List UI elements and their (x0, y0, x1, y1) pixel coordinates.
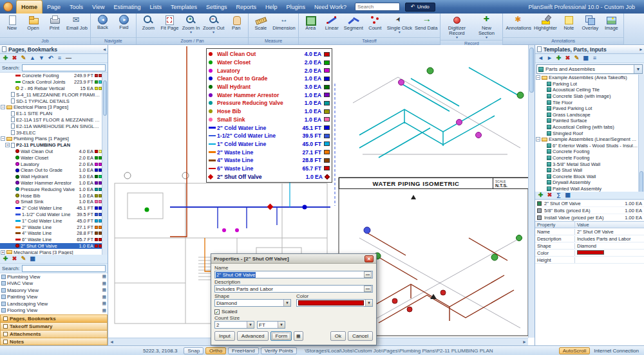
count-size-unit-dropdown[interactable]: FT ▼ (257, 321, 285, 329)
ribbon-button-print[interactable]: Print (44, 14, 65, 32)
shape-dropdown[interactable]: Diamond ▼ (214, 299, 291, 307)
tree-expander-icon[interactable]: − (1, 136, 5, 141)
templates-grid-icon[interactable]: ▦ (582, 55, 589, 62)
view-item-masonry-view[interactable]: Masonry View▦ (0, 287, 108, 294)
views-rename-icon[interactable]: ✎ (20, 255, 27, 262)
dialog-titlebar[interactable]: Properties - [2" Shut Off Valve] ✕ (211, 254, 376, 264)
ribbon-button-zoom-out[interactable]: Zoom Out▾ (202, 14, 225, 35)
scrollbar-thumb[interactable] (103, 80, 107, 116)
tree-expander-icon[interactable]: − (1, 105, 5, 109)
color-swatch[interactable] (95, 87, 98, 90)
ribbon-button-image[interactable]: Image (601, 14, 622, 32)
tree-item-2-cold-water-line[interactable]: 2" Cold Water Line45.1 FT (0, 205, 102, 212)
views-delete-icon[interactable]: ✖ (11, 255, 18, 262)
template-item-drywall-assembly[interactable]: Drywall Assembly (535, 179, 638, 186)
property-row-color[interactable]: Color (535, 250, 644, 257)
color-swatch[interactable] (95, 226, 98, 229)
form-button[interactable]: Form (270, 331, 292, 341)
tree-expander-icon[interactable]: − (536, 75, 540, 80)
color-swatch[interactable] (95, 213, 98, 216)
pages-move-up-icon[interactable]: ▲ (29, 55, 36, 62)
ribbon-button-send-data[interactable]: Send Data (413, 14, 439, 32)
description-ellipsis-button[interactable]: ••• (364, 286, 372, 292)
menu-tab-view[interactable]: View (88, 0, 109, 14)
ribbon-button-linear[interactable]: Linear (321, 14, 343, 32)
view-item-flooring-view[interactable]: Flooring View▦ (0, 307, 108, 314)
pages-tree-scrollbar[interactable] (102, 73, 108, 255)
panel-tab-takeoff-summary[interactable]: Takeoff Summary (0, 322, 108, 330)
templates-rename-icon[interactable]: ✎ (573, 55, 580, 62)
ribbon-button-new-section[interactable]: New Section▾ (471, 14, 501, 40)
dialog-close-button[interactable]: ✕ (365, 255, 374, 262)
scroll-right-icon[interactable]: ► (521, 340, 528, 344)
pages-delete-icon[interactable]: ✖ (11, 55, 18, 62)
scroll-left-icon[interactable]: ◄ (108, 340, 115, 344)
canvas-vertical-scrollbar[interactable] (528, 45, 535, 338)
pages-rename-icon[interactable]: ✎ (20, 55, 27, 62)
scaled-checkbox[interactable]: ✓ Scaled (214, 309, 373, 314)
menu-tab-help[interactable]: Help (261, 0, 282, 14)
template-item-painted-surface[interactable]: Painted Surface (535, 118, 638, 124)
part-item-5-8-bolts-priced-ea[interactable]: 5/8" Bolts (priced EA)1.00 EA (535, 207, 644, 214)
menu-tab-lists[interactable]: Lists (145, 0, 166, 14)
scrollbar-thumb[interactable] (529, 48, 534, 93)
templates-menu-icon[interactable]: ≡ (591, 55, 598, 62)
undo-button[interactable]: ↶ Undo (405, 3, 435, 12)
template-item-concrete-footing[interactable]: Concrete Footing (535, 149, 638, 155)
ribbon-button-single-click[interactable]: Single Click▾ (386, 14, 413, 35)
tree-item-e2-11a-warehouse-plan-single-line-diagr[interactable]: E2-11A WAREHOUSE PLAN SINGLE LINE DIAGR.… (0, 123, 102, 129)
collapse-left-panel-icon[interactable]: ◂ (103, 47, 106, 52)
ribbon-button-fit-page[interactable]: Fit Page (159, 14, 180, 32)
template-item-painted-wall-assembly[interactable]: Painted Wall Assembly (535, 186, 638, 192)
tree-item-1-cold-water-line[interactable]: 1" Cold Water Line45.0 FT (0, 217, 102, 224)
menu-tab-home[interactable]: Home (16, 0, 43, 14)
template-item-acoustical-ceiling-tile[interactable]: Acoustical Ceiling Tile (535, 87, 638, 93)
color-swatch[interactable] (95, 175, 98, 178)
pages-expand-all-icon[interactable]: ≡ (56, 55, 63, 62)
template-item-3-5-8-metal-stud-wall[interactable]: 3-5/8" Metal Stud Wall (535, 161, 638, 167)
tree-item-s-4-11-mezzanine-floor-framing-bldg-11[interactable]: S-4_11 MEZZANINE FLOOR FRAMING - BLDG 11 (0, 91, 102, 98)
template-item-example-assemblies-area-takeoffs[interactable]: −Example Assemblies (Area Takeoffs) (535, 75, 638, 81)
name-ellipsis-button[interactable]: ••• (364, 271, 372, 278)
color-swatch[interactable] (95, 80, 98, 84)
pages-move-down-icon[interactable]: ▼ (38, 55, 45, 62)
color-swatch[interactable] (95, 206, 98, 210)
color-swatch[interactable] (95, 168, 98, 172)
tree-item-1-1-2-cold-water-line[interactable]: 1-1/2" Cold Water Line39.5 FT (0, 212, 102, 218)
menu-tab-templates[interactable]: Templates (166, 0, 202, 14)
scrollbar-thumb[interactable] (639, 171, 643, 192)
ribbon-button-email-job[interactable]: Email Job (65, 14, 89, 32)
templates-back-icon[interactable]: ◄ (537, 55, 544, 62)
view-item-plumbing-view[interactable]: Plumbing View▦ (0, 273, 108, 280)
description-field[interactable]: Includes Parts and Labor ••• (214, 285, 373, 293)
ribbon-button-fwd[interactable]: Fwd (113, 14, 135, 31)
templates-delete-icon[interactable]: ✖ (564, 55, 571, 62)
count-size-dropdown[interactable]: 2 ▼ (214, 321, 254, 329)
tree-item-plumbing-plans-1-pages[interactable]: −Plumbing Plans [1 Pages] (0, 136, 102, 142)
views-add-icon[interactable]: ✚ (2, 255, 9, 262)
ribbon-button-overlay[interactable]: Overlay (580, 14, 601, 32)
collapse-right-panel-icon[interactable]: ▸ (639, 47, 642, 52)
tree-item-p2-11-plumbing-plan[interactable]: −P2-11 PLUMBING PLAN (0, 142, 102, 149)
tree-expander-icon[interactable]: + (1, 250, 5, 255)
property-row-name[interactable]: Name2" Shut Off Valve (535, 228, 644, 235)
tree-item-clean-out-to-grade[interactable]: Clean Out to Grade1.0 EA (0, 167, 102, 174)
color-swatch[interactable] (95, 219, 98, 223)
view-item-hvac-view[interactable]: HVAC View▦ (0, 280, 108, 287)
template-item-6-exterior-walls-wood-studs-insulated[interactable]: 6" Exterior Walls - Wood Studs - Insulat… (535, 143, 638, 149)
pages-add-icon[interactable]: ✚ (2, 55, 9, 62)
property-row-shape[interactable]: ShapeDiamond (535, 242, 644, 250)
ribbon-button-back[interactable]: Back (92, 14, 113, 31)
templates-add-icon[interactable]: ✚ (555, 55, 562, 62)
tree-expander-icon[interactable]: − (536, 137, 540, 141)
part-item-install-valve-priced-per-ea[interactable]: Install Valve (priced per EA)1.00 EA (535, 214, 644, 221)
tree-item-2-waste-line[interactable]: 2" Waste Line27.1 FT (0, 224, 102, 230)
ribbon-button-count[interactable]: Count (365, 14, 386, 32)
status-toggle-snap[interactable]: Snap (184, 347, 204, 354)
ribbon-button-scale[interactable]: Scale (250, 14, 271, 32)
tree-item-2-6-rebar-vertical[interactable]: 2 - #6 Rebar Vertical15 EA (0, 86, 102, 92)
template-item-shingled-roof[interactable]: Shingled Roof (535, 130, 638, 136)
color-swatch[interactable] (95, 188, 98, 191)
tree-item-pressure-reducing-valve[interactable]: Pressure Reducing Valve1.0 EA (0, 186, 102, 192)
template-item-acoustical-ceiling-with-tabs[interactable]: Acoustical Ceiling (with tabs) (535, 124, 638, 131)
